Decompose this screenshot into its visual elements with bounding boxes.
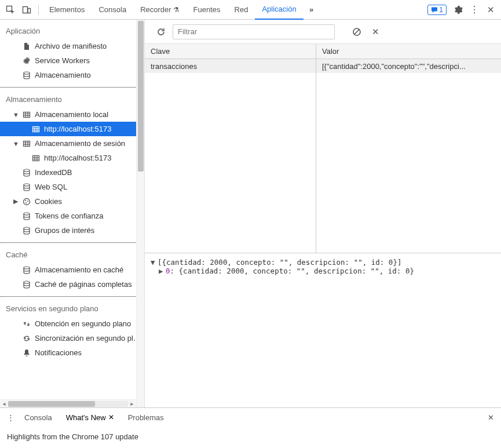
filter-input[interactable]	[173, 24, 335, 39]
chevron-down-icon[interactable]: ▼	[13, 111, 19, 118]
section-cache: Caché	[0, 243, 144, 263]
drawer-tab-problems[interactable]: Problemas	[122, 413, 170, 422]
sidebar-item-bg-sync[interactable]: ▶ Sincronización en segundo plano	[0, 331, 144, 345]
gear-icon	[22, 56, 31, 65]
delete-icon[interactable]: ✕	[368, 25, 382, 39]
chevron-right-icon[interactable]: ▶	[13, 198, 19, 205]
drawer-tab-whatsnew[interactable]: What's New ✕	[60, 413, 120, 422]
sidebar-item-trust-tokens[interactable]: ▶ Tokens de confianza	[0, 209, 144, 223]
drawer-tab-console[interactable]: Consola	[19, 413, 58, 422]
sidebar-item-cache-storage[interactable]: ▶ Almacenamiento en caché	[0, 263, 144, 277]
scroll-left-icon[interactable]: ◄	[0, 400, 8, 408]
devtools-tabbar: Elementos Consola Recorder ⚗ Fuentes Red…	[0, 0, 501, 20]
column-value[interactable]: Valor	[316, 44, 501, 59]
svg-rect-7	[33, 126, 39, 132]
close-drawer-icon[interactable]: ✕	[485, 413, 496, 422]
sidebar-item-indexeddb[interactable]: ▶ IndexedDB	[0, 165, 144, 180]
drawer: ⋮ Consola What's New ✕ Problemas ✕ Highl…	[0, 407, 501, 448]
close-devtools-icon[interactable]: ✕	[482, 2, 499, 18]
label: IndexedDB	[35, 168, 144, 177]
sidebar-vertical-scrollbar[interactable]	[136, 20, 144, 407]
chevron-right-icon[interactable]: ▶	[159, 267, 166, 275]
table-icon	[31, 125, 41, 134]
application-sidebar: Aplicación ▶ Archivo de manifiesto ▶ Ser…	[0, 20, 145, 407]
preview-text: [{cantidad: 2000, concepto: "", descripc…	[158, 258, 401, 267]
preview-line[interactable]: ▶0: {cantidad: 2000, concepto: "", descr…	[151, 267, 495, 275]
sidebar-item-storage-top[interactable]: ▶ Almacenamiento	[0, 68, 144, 82]
label: Service Workers	[35, 56, 144, 65]
close-tab-icon[interactable]: ✕	[108, 413, 114, 421]
tab-label: What's New	[66, 413, 106, 422]
sidebar-item-local-origin[interactable]: http://localhost:5173	[0, 122, 144, 136]
tab-console[interactable]: Consola	[92, 0, 133, 20]
tab-application[interactable]: Aplicación	[255, 0, 303, 20]
sidebar-item-session-storage[interactable]: ▼ Almacenamiento de sesión	[0, 136, 144, 151]
issues-badge[interactable]: 1	[427, 5, 447, 15]
svg-point-10	[24, 169, 30, 172]
sidebar-horizontal-scrollbar[interactable]: ◄ ►	[0, 399, 136, 407]
svg-rect-6	[24, 112, 30, 117]
bell-icon	[22, 348, 31, 358]
table-row[interactable]: transacciones [{"cantidad":2000,"concept…	[145, 59, 501, 73]
preview-line[interactable]: ▼[{cantidad: 2000, concepto: "", descrip…	[151, 258, 495, 267]
sidebar-item-bg-fetch[interactable]: ▶ Obtención en segundo plano	[0, 316, 144, 331]
storage-icon	[22, 226, 31, 235]
sidebar-item-notifications[interactable]: ▶ Notificaciones	[0, 345, 144, 360]
svg-rect-1	[23, 6, 28, 13]
highlights-text: Highlights from the Chrome 107 update	[7, 432, 138, 441]
svg-point-19	[24, 281, 30, 283]
svg-point-18	[24, 267, 30, 269]
sidebar-item-local-storage[interactable]: ▼ Almacenamiento local	[0, 107, 144, 122]
section-application: Aplicación	[0, 20, 144, 39]
more-tabs-icon[interactable]: »	[303, 2, 320, 18]
drawer-content: Highlights from the Chrome 107 update	[0, 427, 501, 448]
sidebar-item-cache-pages[interactable]: ▶ Caché de páginas completas	[0, 277, 144, 292]
kebab-menu-icon[interactable]: ⋮	[466, 2, 482, 18]
sidebar-item-manifest[interactable]: ▶ Archivo de manifiesto	[0, 39, 144, 53]
storage-icon	[22, 265, 31, 275]
settings-icon[interactable]	[450, 2, 466, 18]
sidebar-item-interest-groups[interactable]: ▶ Grupos de interés	[0, 223, 144, 238]
flask-icon: ⚗	[173, 6, 180, 14]
label: Almacenamiento de sesión	[35, 139, 144, 148]
storage-icon	[22, 280, 31, 289]
svg-rect-2	[28, 8, 31, 13]
chevron-down-icon[interactable]: ▼	[13, 140, 19, 147]
label: Archivo de manifiesto	[35, 42, 144, 50]
tab-recorder[interactable]: Recorder ⚗	[133, 0, 186, 20]
label: Grupos de interés	[35, 226, 144, 235]
table-icon	[22, 139, 31, 148]
svg-point-14	[27, 201, 28, 202]
inspect-icon[interactable]	[2, 2, 19, 18]
svg-point-16	[24, 213, 30, 215]
label: Sincronización en segundo plano	[35, 334, 144, 343]
sidebar-item-websql[interactable]: ▶ Web SQL	[0, 180, 144, 194]
tab-label: Recorder	[140, 5, 171, 14]
chevron-down-icon[interactable]: ▼	[151, 258, 158, 267]
label: http://localhost:5173	[44, 154, 144, 162]
sidebar-item-session-origin[interactable]: http://localhost:5173	[0, 151, 144, 165]
document-icon	[22, 42, 31, 51]
clear-icon[interactable]	[350, 25, 364, 39]
label: Almacenamiento local	[35, 110, 144, 119]
table-icon	[31, 154, 41, 163]
message-icon	[431, 6, 438, 13]
cookie-icon	[22, 197, 31, 206]
scroll-right-icon[interactable]: ►	[128, 400, 136, 408]
preview-text: : {cantidad: 2000, concepto: "", descrip…	[170, 267, 414, 275]
tab-elements[interactable]: Elementos	[42, 0, 92, 20]
storage-toolbar: ✕	[145, 20, 501, 44]
tab-network[interactable]: Red	[228, 0, 255, 20]
sidebar-item-sw[interactable]: ▶ Service Workers	[0, 53, 144, 68]
refresh-icon[interactable]	[154, 25, 168, 39]
tab-sources[interactable]: Fuentes	[186, 0, 228, 20]
section-storage: Almacenamiento	[0, 88, 144, 107]
column-key[interactable]: Clave	[145, 44, 316, 59]
fetch-icon	[22, 319, 31, 329]
preview-index: 0	[166, 267, 170, 275]
sidebar-item-cookies[interactable]: ▶ Cookies	[0, 194, 144, 209]
kebab-menu-icon[interactable]: ⋮	[5, 413, 16, 422]
storage-icon	[22, 183, 31, 192]
device-toolbar-icon[interactable]	[19, 2, 35, 18]
cell-value: [{"cantidad":2000,"concepto":"","descrip…	[316, 59, 501, 73]
